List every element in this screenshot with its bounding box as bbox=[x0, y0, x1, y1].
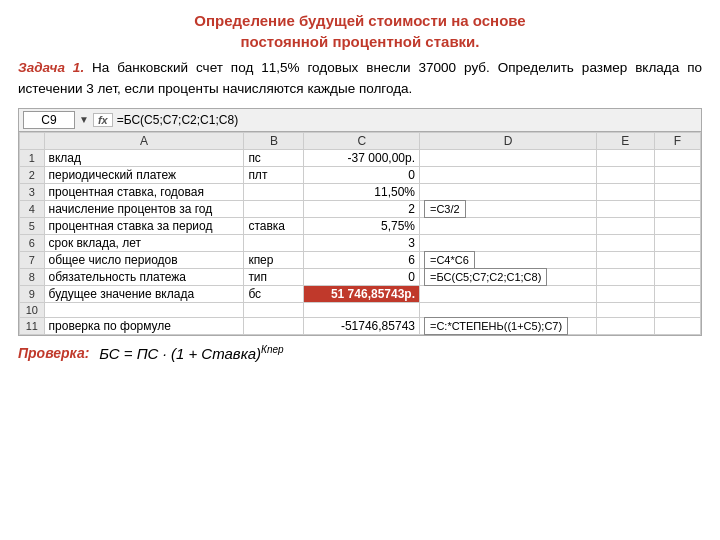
cell-f[interactable] bbox=[654, 268, 700, 285]
cell-b[interactable]: кпер bbox=[244, 251, 304, 268]
title-line1: Определение будущей стоимости на основе bbox=[194, 12, 525, 29]
cell-c[interactable]: 6 bbox=[304, 251, 420, 268]
cell-d[interactable]: =БС(C5;C7;C2;C1;C8) bbox=[420, 268, 597, 285]
cell-d[interactable]: =C4*C6 bbox=[420, 251, 597, 268]
cell-c[interactable]: 5,75% bbox=[304, 217, 420, 234]
cell-f[interactable] bbox=[654, 217, 700, 234]
row-number: 8 bbox=[20, 268, 45, 285]
title-line2: постоянной процентной ставки. bbox=[240, 33, 479, 50]
proof-formula: БС = ПС · (1 + Ставка)Кпер bbox=[99, 344, 283, 362]
cell-e[interactable] bbox=[596, 166, 654, 183]
formula-text: =БС(C5;C7;C2;C1;C8) bbox=[117, 113, 238, 127]
cell-a[interactable]: периодический платеж bbox=[44, 166, 244, 183]
cell-f[interactable] bbox=[654, 285, 700, 302]
table-row: 5процентная ставка за периодставка5,75% bbox=[20, 217, 701, 234]
cell-c[interactable]: 51 746,85743р. bbox=[304, 285, 420, 302]
cell-c[interactable]: 11,50% bbox=[304, 183, 420, 200]
cell-e[interactable] bbox=[596, 149, 654, 166]
cell-d[interactable]: =C3/2 bbox=[420, 200, 597, 217]
spreadsheet-table: A B C D E F 1вкладпс-37 000,00р.2периоди… bbox=[19, 132, 701, 335]
cell-e[interactable] bbox=[596, 217, 654, 234]
table-row: 9будущее значение вкладабс51 746,85743р. bbox=[20, 285, 701, 302]
cell-a[interactable]: общее число периодов bbox=[44, 251, 244, 268]
row-number: 3 bbox=[20, 183, 45, 200]
table-row: 2периодический платежплт0 bbox=[20, 166, 701, 183]
cell-d[interactable] bbox=[420, 217, 597, 234]
cell-a[interactable]: срок вклада, лет bbox=[44, 234, 244, 251]
cell-c[interactable]: 0 bbox=[304, 268, 420, 285]
cell-b[interactable]: пс bbox=[244, 149, 304, 166]
cell-c[interactable]: 3 bbox=[304, 234, 420, 251]
cell-d[interactable] bbox=[420, 234, 597, 251]
cell-a[interactable] bbox=[44, 302, 244, 317]
row-number: 6 bbox=[20, 234, 45, 251]
cell-b[interactable] bbox=[244, 302, 304, 317]
cell-e[interactable] bbox=[596, 302, 654, 317]
formula-bar: C9 ▼ fx =БС(C5;C7;C2;C1;C8) bbox=[19, 109, 701, 132]
spreadsheet: C9 ▼ fx =БС(C5;C7;C2;C1;C8) A B C D E F bbox=[18, 108, 702, 336]
cell-e[interactable] bbox=[596, 251, 654, 268]
cell-f[interactable] bbox=[654, 234, 700, 251]
cell-e[interactable] bbox=[596, 200, 654, 217]
cell-b[interactable]: ставка bbox=[244, 217, 304, 234]
row-number: 7 bbox=[20, 251, 45, 268]
cell-c[interactable]: -51746,85743 bbox=[304, 317, 420, 334]
cell-e[interactable] bbox=[596, 234, 654, 251]
row-num-header bbox=[20, 132, 45, 149]
cell-c[interactable]: 0 bbox=[304, 166, 420, 183]
formula-annotation: =C3/2 bbox=[424, 200, 466, 218]
proof-section: Проверка: БС = ПС · (1 + Ставка)Кпер bbox=[18, 344, 702, 362]
cell-b[interactable] bbox=[244, 200, 304, 217]
cell-e[interactable] bbox=[596, 183, 654, 200]
col-f-header: F bbox=[654, 132, 700, 149]
cell-a[interactable]: процентная ставка за период bbox=[44, 217, 244, 234]
col-e-header: E bbox=[596, 132, 654, 149]
function-icon: fx bbox=[93, 113, 113, 127]
cell-a[interactable]: обязательность платежа bbox=[44, 268, 244, 285]
cell-c[interactable]: 2 bbox=[304, 200, 420, 217]
row-number: 2 bbox=[20, 166, 45, 183]
cell-e[interactable] bbox=[596, 268, 654, 285]
formula-annotation: =C4*C6 bbox=[424, 251, 475, 269]
col-b-header: B bbox=[244, 132, 304, 149]
table-row: 8обязательность платежатип0=БС(C5;C7;C2;… bbox=[20, 268, 701, 285]
cell-d[interactable]: =C:*СТЕПЕНЬ((1+C5);C7) bbox=[420, 317, 597, 334]
row-number: 11 bbox=[20, 317, 45, 334]
row-number: 4 bbox=[20, 200, 45, 217]
cell-a[interactable]: процентная ставка, годовая bbox=[44, 183, 244, 200]
cell-f[interactable] bbox=[654, 251, 700, 268]
cell-a[interactable]: вклад bbox=[44, 149, 244, 166]
cell-a[interactable]: будущее значение вклада bbox=[44, 285, 244, 302]
table-row: 4начисление процентов за год2=C3/2 bbox=[20, 200, 701, 217]
table-row: 10 bbox=[20, 302, 701, 317]
cell-reference[interactable]: C9 bbox=[23, 111, 75, 129]
cell-f[interactable] bbox=[654, 166, 700, 183]
cell-d[interactable] bbox=[420, 183, 597, 200]
cell-c[interactable]: -37 000,00р. bbox=[304, 149, 420, 166]
cell-d[interactable] bbox=[420, 149, 597, 166]
cell-b[interactable] bbox=[244, 183, 304, 200]
cell-b[interactable]: тип bbox=[244, 268, 304, 285]
cell-f[interactable] bbox=[654, 317, 700, 334]
cell-a[interactable]: начисление процентов за год bbox=[44, 200, 244, 217]
cell-a[interactable]: проверка по формуле bbox=[44, 317, 244, 334]
col-a-header: A bbox=[44, 132, 244, 149]
page: Определение будущей стоимости на основе … bbox=[0, 0, 720, 370]
formula-annotation: =C:*СТЕПЕНЬ((1+C5);C7) bbox=[424, 317, 568, 335]
cell-d[interactable] bbox=[420, 302, 597, 317]
cell-c[interactable] bbox=[304, 302, 420, 317]
cell-f[interactable] bbox=[654, 302, 700, 317]
cell-f[interactable] bbox=[654, 149, 700, 166]
formula-annotation: =БС(C5;C7;C2;C1;C8) bbox=[424, 268, 547, 286]
cell-f[interactable] bbox=[654, 183, 700, 200]
cell-b[interactable]: бс bbox=[244, 285, 304, 302]
cell-f[interactable] bbox=[654, 200, 700, 217]
cell-e[interactable] bbox=[596, 285, 654, 302]
cell-b[interactable] bbox=[244, 234, 304, 251]
cell-b[interactable]: плт bbox=[244, 166, 304, 183]
col-d-header: D bbox=[420, 132, 597, 149]
cell-d[interactable] bbox=[420, 166, 597, 183]
cell-b[interactable] bbox=[244, 317, 304, 334]
cell-d[interactable] bbox=[420, 285, 597, 302]
cell-e[interactable] bbox=[596, 317, 654, 334]
